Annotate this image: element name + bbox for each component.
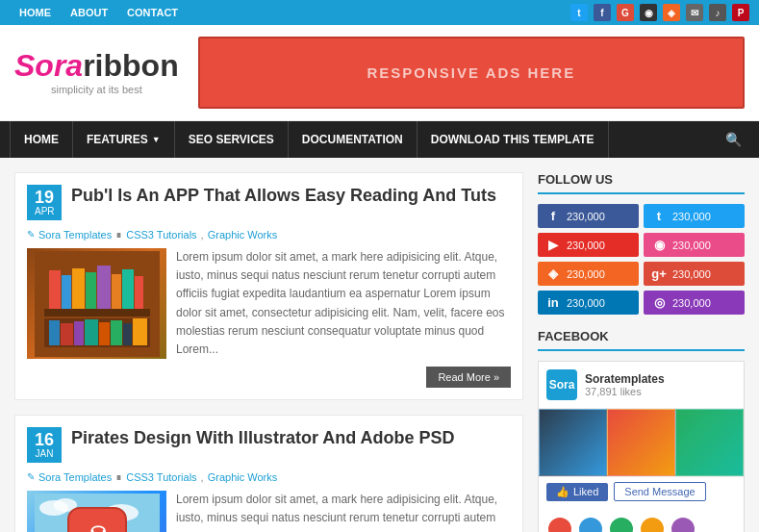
date-month: JAN	[35, 448, 54, 459]
post-card: 19 APR Pub'l Is An APP That Allows Easy …	[14, 172, 523, 400]
dribbble-count: 230,000	[672, 240, 711, 251]
facebook-section: FACEBOOK Sora Soratemplates 37,891 likes	[538, 329, 745, 532]
svg-rect-6	[97, 266, 111, 309]
search-icon[interactable]: 🔍	[718, 132, 749, 147]
svg-rect-16	[111, 320, 122, 345]
post-thumbnail: ☠	[27, 491, 166, 532]
post-text-wrap: Lorem ipsum dolor sit amet, a mark here …	[176, 491, 511, 532]
svg-text:☠: ☠	[85, 522, 109, 532]
social-grid: f 230,000 t 230,000 ▶ 230,000 ◉ 230,000 …	[538, 204, 745, 315]
svg-rect-14	[85, 319, 98, 345]
date-day: 16	[35, 431, 54, 448]
post-cat-2[interactable]: Graphic Works	[208, 229, 278, 241]
pinterest-icon[interactable]: P	[732, 4, 749, 21]
dribbble-btn-icon: ◉	[651, 238, 667, 252]
nav-docs[interactable]: DOCUMENTATION	[289, 121, 417, 158]
post-text-wrap: Lorem ipsum dolor sit amet, a mark here …	[176, 248, 511, 388]
youtube-btn-icon: ▶	[545, 238, 561, 252]
svg-rect-3	[62, 275, 71, 309]
ad-banner[interactable]: RESPONSIVE ADS HERE	[198, 37, 745, 109]
post-thumbnail	[27, 248, 166, 359]
post-cat-2[interactable]: Graphic Works	[208, 471, 278, 483]
nav-items: HOME FEATURES ▼ SEO SERVICES DOCUMENTATI…	[10, 121, 718, 158]
youtube-follow-btn[interactable]: ▶ 230,000	[538, 233, 639, 257]
post-title[interactable]: Pub'l Is An APP That Allows Easy Reading…	[71, 185, 496, 207]
facebook-follow-btn[interactable]: f 230,000	[538, 204, 639, 228]
fb-preview-footer: 👍 Liked Send Message	[539, 476, 744, 506]
post-author[interactable]: Sora Templates	[38, 229, 112, 241]
dribbble-follow-btn[interactable]: ◉ 230,000	[644, 233, 745, 257]
instagram-follow-btn[interactable]: ◎ 230,000	[644, 291, 745, 315]
svg-rect-13	[74, 321, 84, 345]
rss-count: 230,000	[567, 268, 605, 280]
date-badge: 16 JAN	[27, 427, 62, 463]
facebook-section-title: FACEBOOK	[538, 329, 745, 351]
fb-preview-image	[539, 409, 744, 476]
rss-follow-btn[interactable]: ◈ 230,000	[538, 262, 639, 286]
fb-thumb-2	[577, 516, 604, 532]
books-svg	[35, 251, 160, 357]
post-excerpt: Lorem ipsum dolor sit amet, a mark here …	[176, 491, 511, 532]
svg-rect-11	[49, 320, 60, 345]
thumbs-up-icon: 👍	[556, 486, 569, 498]
linkedin-follow-btn[interactable]: in 230,000	[538, 291, 639, 315]
googleplus-btn-icon: g+	[651, 266, 667, 281]
linkedin-btn-icon: in	[545, 295, 561, 310]
twitter-btn-icon: t	[651, 209, 667, 223]
post-meta: ✎ Sora Templates ∎ CSS3 Tutorials , Grap…	[27, 470, 511, 483]
fb-thumb-4	[639, 516, 666, 532]
instagram-count: 230,000	[672, 297, 711, 309]
top-nav-home[interactable]: HOME	[10, 0, 61, 25]
top-nav: HOME ABOUT CONTACT	[10, 0, 188, 25]
fb-message-button[interactable]: Send Message	[614, 482, 705, 501]
author-icon: ✎	[27, 471, 35, 482]
nav-features[interactable]: FEATURES ▼	[73, 121, 175, 158]
twitter-follow-btn[interactable]: t 230,000	[644, 204, 745, 228]
top-nav-about[interactable]: ABOUT	[61, 0, 117, 25]
instagram-icon[interactable]: ◉	[640, 4, 657, 21]
svg-rect-2	[49, 270, 61, 309]
top-nav-contact[interactable]: CONTACT	[117, 0, 188, 25]
svg-rect-4	[72, 268, 85, 309]
follow-us-section: FOLLOW US f 230,000 t 230,000 ▶ 230,000 …	[538, 172, 745, 315]
post-cat-1[interactable]: CSS3 Tutorials	[126, 471, 196, 483]
nav-download[interactable]: DOWNLOAD THIS TEMPLATE	[417, 121, 609, 158]
fb-page-name[interactable]: Soratemplates	[585, 372, 665, 386]
rss-btn-icon: ◈	[545, 266, 561, 281]
read-more-button[interactable]: Read More »	[426, 367, 511, 388]
svg-rect-18	[133, 318, 147, 345]
main-content: 19 APR Pub'l Is An APP That Allows Easy …	[14, 172, 523, 532]
fb-like-button[interactable]: 👍 Liked	[546, 483, 608, 501]
main-nav: HOME FEATURES ▼ SEO SERVICES DOCUMENTATI…	[0, 121, 759, 158]
music-icon[interactable]: ♪	[709, 4, 726, 21]
top-bar: HOME ABOUT CONTACT t f G ◉ ◈ ✉ ♪ P	[0, 0, 759, 25]
content-wrap: 19 APR Pub'l Is An APP That Allows Easy …	[0, 158, 759, 532]
googleplus-follow-btn[interactable]: g+ 230,000	[644, 262, 745, 286]
date-month: APR	[35, 206, 54, 216]
logo[interactable]: Soraribbon simplicity at its best	[14, 50, 179, 95]
post-header: 19 APR Pub'l Is An APP That Allows Easy …	[27, 185, 511, 220]
fb-thumb-5	[670, 516, 696, 532]
fb-preview-thumbs	[546, 516, 736, 532]
facebook-icon[interactable]: f	[594, 4, 611, 21]
pirate-svg: ☠	[35, 494, 160, 532]
svg-rect-9	[135, 276, 143, 309]
svg-rect-12	[61, 323, 73, 345]
nav-home[interactable]: HOME	[10, 121, 73, 158]
rss-icon[interactable]: ◈	[663, 4, 680, 21]
ad-banner-text: RESPONSIVE ADS HERE	[367, 64, 576, 81]
mail-icon[interactable]: ✉	[686, 4, 703, 21]
svg-rect-1	[44, 309, 150, 317]
post-title[interactable]: Pirates Design With Illustrator And Adob…	[71, 427, 455, 449]
site-header: Soraribbon simplicity at its best RESPON…	[0, 25, 759, 121]
post-excerpt: Lorem ipsum dolor sit amet, a mark here …	[176, 248, 511, 359]
post-author[interactable]: Sora Templates	[38, 471, 112, 483]
nav-seo[interactable]: SEO SERVICES	[175, 121, 289, 158]
post-cat-1[interactable]: CSS3 Tutorials	[126, 229, 196, 241]
svg-rect-8	[122, 269, 134, 309]
follow-us-title: FOLLOW US	[538, 172, 745, 194]
twitter-icon[interactable]: t	[570, 4, 588, 21]
fb-page-likes: 37,891 likes	[585, 386, 665, 397]
google-plus-icon[interactable]: G	[617, 4, 634, 21]
post-card: 16 JAN Pirates Design With Illustrator A…	[14, 415, 523, 532]
